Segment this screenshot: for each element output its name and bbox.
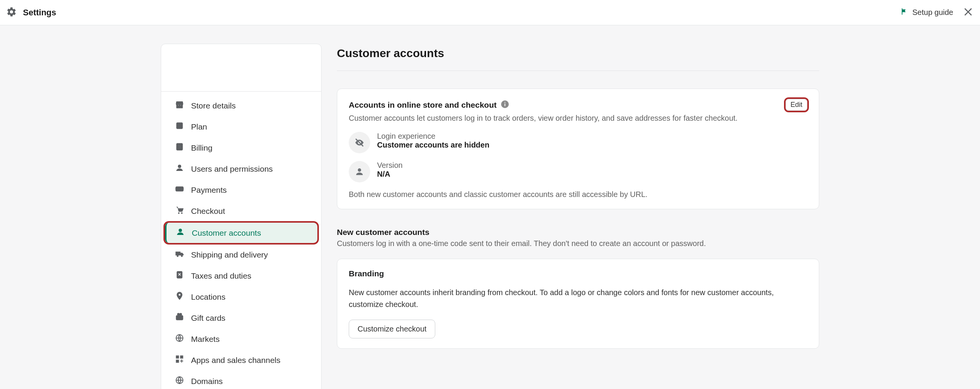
nav-label: Apps and sales channels (191, 356, 281, 365)
nav-label: Locations (191, 292, 225, 302)
topbar-left: Settings (6, 7, 56, 19)
version-text: Version N/A (377, 161, 403, 179)
info-icon[interactable] (500, 100, 510, 110)
svg-point-11 (181, 255, 183, 257)
apps-icon (175, 355, 184, 366)
accounts-card-footnote: Both new customer accounts and classic c… (349, 190, 807, 199)
svg-rect-5 (176, 188, 183, 189)
new-accounts-heading: New customer accounts (337, 228, 819, 237)
sidebar-item-shipping[interactable]: Shipping and delivery (164, 245, 318, 265)
svg-rect-21 (505, 102, 505, 103)
sidebar-nav: Store details Plan $ Billing Users and p… (161, 92, 321, 389)
nav-label: Domains (191, 377, 223, 386)
setup-guide-link[interactable]: Setup guide (900, 7, 953, 18)
svg-rect-20 (505, 103, 505, 106)
nav-label: Gift cards (191, 313, 225, 323)
main-content: Customer accounts Accounts in online sto… (337, 44, 819, 389)
nav-label: Users and permissions (191, 164, 273, 174)
setup-guide-label: Setup guide (912, 8, 953, 17)
card-title-group: Accounts in online store and checkout (349, 100, 510, 110)
svg-text:$: $ (178, 144, 181, 149)
locations-icon (175, 291, 184, 302)
store-icon (175, 100, 184, 111)
sidebar-item-store-details[interactable]: Store details (164, 95, 318, 116)
giftcard-icon (175, 312, 184, 323)
nav-label: Taxes and duties (191, 271, 252, 281)
sidebar-item-markets[interactable]: Markets (164, 329, 318, 349)
sidebar-header (161, 44, 321, 92)
markets-icon (175, 333, 184, 345)
users-icon (175, 163, 184, 174)
person-icon (349, 161, 370, 182)
version-value: N/A (377, 170, 403, 179)
svg-point-3 (178, 165, 181, 168)
svg-point-10 (177, 255, 178, 257)
svg-rect-9 (176, 252, 180, 255)
svg-point-22 (358, 168, 361, 172)
new-accounts-sub: Customers log in with a one-time code se… (337, 239, 819, 248)
nav-label: Billing (191, 143, 212, 153)
login-experience-text: Login experience Customer accounts are h… (377, 132, 489, 149)
version-label: Version (377, 161, 403, 170)
sidebar-item-customer-accounts[interactable]: Customer accounts (165, 223, 317, 243)
nav-label: Plan (191, 122, 207, 131)
nav-label: Payments (191, 185, 227, 195)
nav-label: Customer accounts (192, 228, 261, 238)
nav-label: Markets (191, 335, 220, 344)
page-heading: Customer accounts (337, 44, 819, 71)
customer-icon (176, 227, 185, 238)
version-row: Version N/A (349, 161, 807, 182)
flag-icon (900, 7, 908, 18)
close-icon[interactable] (962, 6, 974, 19)
billing-icon: $ (175, 142, 184, 153)
svg-point-7 (181, 213, 183, 214)
checkout-icon (175, 205, 184, 217)
hidden-icon (349, 132, 370, 153)
topbar-right: Setup guide (900, 6, 974, 19)
sidebar-item-users[interactable]: Users and permissions (164, 159, 318, 179)
nav-label: Store details (191, 101, 236, 110)
plan-icon (175, 121, 184, 132)
svg-rect-0 (176, 123, 183, 129)
payments-icon (175, 184, 184, 195)
sidebar-item-taxes[interactable]: Taxes and duties (164, 266, 318, 286)
svg-rect-17 (176, 360, 179, 363)
svg-rect-15 (176, 356, 179, 358)
sidebar-item-apps[interactable]: Apps and sales channels (164, 350, 318, 370)
gear-icon (6, 7, 17, 19)
sidebar-item-checkout[interactable]: Checkout (164, 201, 318, 221)
top-bar: Settings Setup guide (0, 0, 980, 25)
svg-rect-16 (180, 356, 183, 358)
svg-point-6 (178, 213, 180, 214)
sidebar-item-billing[interactable]: $ Billing (164, 138, 318, 158)
edit-button[interactable]: Edit (786, 99, 807, 111)
branding-title: Branding (349, 269, 807, 278)
login-experience-row: Login experience Customer accounts are h… (349, 132, 807, 153)
branding-card: Branding New customer accounts inherit b… (337, 259, 819, 349)
sidebar-item-locations[interactable]: Locations (164, 287, 318, 307)
settings-sidebar: Store details Plan $ Billing Users and p… (161, 44, 322, 389)
domains-icon (175, 376, 184, 387)
sidebar-item-domains[interactable]: Domains (164, 371, 318, 389)
svg-point-8 (179, 229, 182, 232)
branding-body: New customer accounts inherit branding f… (349, 287, 807, 310)
sidebar-item-gift-cards[interactable]: Gift cards (164, 308, 318, 328)
login-experience-value: Customer accounts are hidden (377, 141, 489, 149)
login-experience-label: Login experience (377, 132, 489, 141)
nav-label: Checkout (191, 207, 225, 216)
customize-checkout-button[interactable]: Customize checkout (349, 320, 435, 338)
nav-label: Shipping and delivery (191, 250, 268, 259)
accounts-card-subtitle: Customer accounts let customers log in t… (349, 114, 807, 123)
new-accounts-section: New customer accounts Customers log in w… (337, 228, 819, 248)
sidebar-item-payments[interactable]: Payments (164, 180, 318, 200)
accounts-card: Accounts in online store and checkout Ed… (337, 89, 819, 209)
taxes-icon (175, 270, 184, 281)
accounts-card-title: Accounts in online store and checkout (349, 100, 497, 110)
sidebar-item-plan[interactable]: Plan (164, 117, 318, 137)
card-header-row: Accounts in online store and checkout Ed… (349, 99, 807, 111)
page-title: Settings (23, 8, 56, 18)
shipping-icon (175, 249, 184, 260)
body-wrap: Store details Plan $ Billing Users and p… (0, 25, 980, 389)
